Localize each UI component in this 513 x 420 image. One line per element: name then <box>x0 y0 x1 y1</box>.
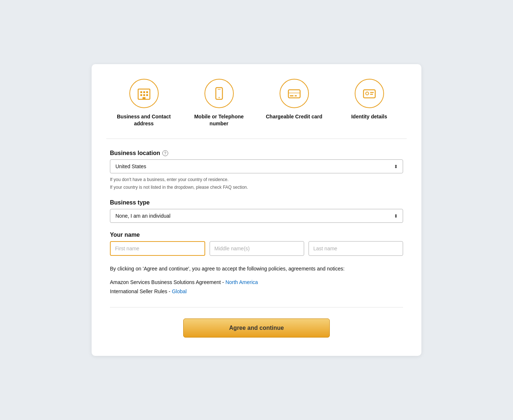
svg-rect-5 <box>143 94 145 96</box>
svg-rect-4 <box>140 94 142 96</box>
policy-line1-text: Amazon Services Business Solutions Agree… <box>110 279 225 285</box>
main-card: Business and Contact address Mobile or T… <box>92 64 421 356</box>
svg-rect-10 <box>218 89 221 90</box>
policy-line2-text: International Seller Rules - <box>110 288 172 294</box>
agree-continue-button[interactable]: Agree and continue <box>183 318 330 338</box>
business-location-label: Business location ? <box>110 150 403 156</box>
policy-intro-text: By clicking on 'Agree and continue', you… <box>110 265 403 273</box>
step-circle-identity <box>355 79 384 108</box>
svg-rect-1 <box>140 91 142 93</box>
business-location-hint1: If you don't have a business, enter your… <box>110 176 403 183</box>
svg-rect-14 <box>295 95 297 96</box>
step-label-card: Chargeable Credit card <box>266 113 322 121</box>
svg-point-9 <box>218 97 219 98</box>
step-business-contact: Business and Contact address <box>111 79 177 128</box>
step-identity: Identity details <box>336 79 402 121</box>
step-circle-card <box>280 79 309 108</box>
svg-rect-6 <box>146 94 148 96</box>
step-circle-mobile <box>204 79 234 108</box>
phone-icon <box>212 86 226 101</box>
svg-point-16 <box>366 92 369 95</box>
policy-section: By clicking on 'Agree and continue', you… <box>110 265 403 296</box>
svg-rect-13 <box>290 95 294 96</box>
name-fields-row <box>110 241 403 256</box>
step-label-mobile: Mobile or Telephone number <box>186 113 252 128</box>
svg-rect-17 <box>370 92 374 93</box>
step-credit-card: Chargeable Credit card <box>261 79 327 121</box>
policy-north-america-link[interactable]: North America <box>225 279 258 285</box>
svg-rect-15 <box>363 90 375 98</box>
step-label-identity: Identity details <box>351 113 387 121</box>
credit-card-icon <box>287 86 302 101</box>
id-card-icon <box>362 86 377 101</box>
policy-line1: Amazon Services Business Solutions Agree… <box>110 278 403 287</box>
business-location-select-wrapper: United States Canada United Kingdom Germ… <box>110 159 403 173</box>
business-location-hint2: If your country is not listed in the dro… <box>110 184 403 191</box>
business-type-section: Business type None, I am an individual P… <box>110 199 403 223</box>
middle-name-input[interactable] <box>210 241 304 256</box>
business-type-select[interactable]: None, I am an individual Privately-owned… <box>110 209 403 223</box>
last-name-input[interactable] <box>309 241 403 256</box>
svg-rect-3 <box>146 91 148 93</box>
step-circle-business <box>129 79 159 108</box>
your-name-section: Your name <box>110 232 403 256</box>
business-type-label: Business type <box>110 199 403 206</box>
business-type-select-wrapper: None, I am an individual Privately-owned… <box>110 209 403 223</box>
step-mobile: Mobile or Telephone number <box>186 79 252 128</box>
business-location-section: Business location ? United States Canada… <box>110 150 403 191</box>
first-name-input[interactable] <box>110 241 205 256</box>
policy-global-link[interactable]: Global <box>172 288 187 294</box>
svg-rect-7 <box>143 97 145 99</box>
divider <box>110 307 403 307</box>
svg-rect-2 <box>143 91 145 93</box>
svg-rect-18 <box>370 94 373 95</box>
policy-line2: International Seller Rules - Global <box>110 287 403 296</box>
your-name-label: Your name <box>110 232 403 238</box>
building-icon <box>137 86 151 101</box>
step-label-business: Business and Contact address <box>111 113 177 128</box>
policy-links: Amazon Services Business Solutions Agree… <box>110 278 403 296</box>
svg-rect-12 <box>288 92 300 94</box>
business-location-select[interactable]: United States Canada United Kingdom Germ… <box>110 159 403 173</box>
business-location-help-icon[interactable]: ? <box>162 150 168 156</box>
steps-row: Business and Contact address Mobile or T… <box>106 79 407 139</box>
form-area: Business location ? United States Canada… <box>106 150 407 338</box>
